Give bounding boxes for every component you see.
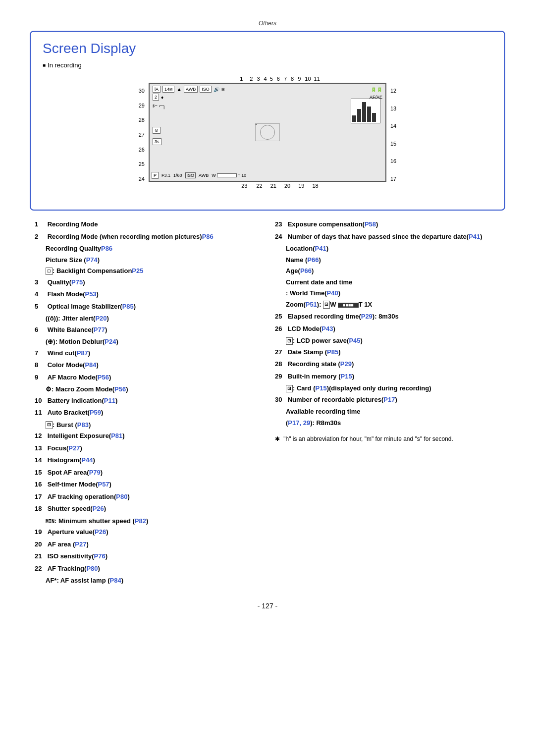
item-16: 16 Self-timer Mode(P57): [35, 480, 260, 489]
item-28: 28 Recording state (P29): [275, 359, 500, 369]
item-26: 26 LCD Mode(P43): [275, 324, 500, 334]
item-6: 6 White Balance(P77): [35, 325, 260, 335]
section-title: Screen Display: [43, 41, 492, 56]
item-24: 24 Number of days that have passed since…: [275, 232, 500, 242]
icon-row-2: 2 ♦ AF/AE: [150, 93, 385, 102]
right-numbers: 12 13 14 15 16 17: [386, 83, 396, 182]
right-column: 23 Exposure compensation(P58) 24 Number …: [275, 219, 500, 587]
top-numbers-row: 1 2 3 4 5 6 7 8 9 10 11: [240, 76, 320, 82]
item-30-sub2: (P17, 29): R8m30s: [286, 418, 500, 428]
item-13: 13 Focus(P27): [35, 443, 260, 453]
item-29: 29 Built-in memory (P15): [275, 372, 500, 381]
item-24-sub2: Name (P66): [286, 255, 500, 265]
icon-row-mid2: 3s: [153, 138, 161, 145]
item-29-sub1: ⊡: Card (P15)(displayed only during reco…: [286, 383, 500, 393]
item-10: 10 Battery indication(P11): [35, 396, 260, 406]
diagram-area: 1 2 3 4 5 6 7 8 9 10 11 30 29: [43, 76, 492, 189]
item-24-sub4: Current date and time: [286, 277, 500, 287]
item-26-sub1: ⊡: LCD power save(P45): [286, 336, 500, 346]
item-5: 5 Optical Image Stabilizer(P85): [35, 302, 260, 312]
icon-row-3: r⌐ ⌐┐: [150, 102, 385, 109]
item-19: 19 Aperture value(P26): [35, 527, 260, 537]
item-11-sub1: ⊡: Burst (P83): [46, 420, 260, 430]
item-17: 17 AF tracking operation(P80): [35, 492, 260, 502]
item-11: 11 Auto Bracket(P59): [35, 408, 260, 418]
diagram-row: 30 29 28 27 26 25 24 iA 14м: [139, 83, 397, 182]
item-4: 4 Flash Mode(P53): [35, 289, 260, 299]
icon-row-top: iA 14м ▲ AWB ISO 🔊 ⊞ 🔋🔋: [150, 84, 385, 93]
item-22: 22 AF Tracking(P80): [35, 564, 260, 574]
item-5-sub1: ((ō)): Jitter alert(P20): [46, 314, 260, 324]
item-30-sub1: Available recording time: [286, 407, 500, 417]
item-1: 1 Recording Mode: [35, 219, 260, 229]
item-2-sub2: Picture Size (P74): [46, 255, 260, 265]
item-9: 9 AF Macro Mode(P56): [35, 373, 260, 382]
in-recording-label: In recording: [43, 61, 492, 69]
item-9-sub1: ⚙: Macro Zoom Mode(P56): [46, 384, 260, 394]
item-6-sub1: (⊕): Motion Deblur(P24): [46, 337, 260, 347]
item-15: 15 Spot AF area(P79): [35, 468, 260, 478]
item-30: 30 Number of recordable pictures(P17): [275, 395, 500, 405]
icon-row-bottom: P F3.1 1/60 ISO AWB W T 1x: [152, 172, 383, 179]
item-12: 12 Intelligent Exposure(P81): [35, 431, 260, 441]
item-20: 20 AF area (P27): [35, 540, 260, 549]
spot-af-circle: [260, 125, 275, 140]
item-25: 25 Elapsed recording time(P29): 8m30s: [275, 312, 500, 322]
page-wrapper: Others Screen Display In recording 1 2 3…: [30, 20, 505, 610]
item-18-sub1: MIN: Minimum shutter speed (P82): [46, 516, 260, 526]
item-2-sub1: Recording QualityP86: [46, 244, 260, 254]
left-numbers: 30 29 28 27 26 25 24: [139, 83, 149, 182]
item-27: 27 Date Stamp (P85): [275, 347, 500, 357]
item-14: 14 Histogram(P44): [35, 455, 260, 465]
item-2: 2 Recording Mode (when recording motion …: [35, 232, 260, 242]
item-24-sub5: : World Time(P40): [286, 288, 500, 298]
item-23: 23 Exposure compensation(P58): [275, 219, 500, 229]
item-zoom: Zoom(P51): ⊡W ■■■■T 1X: [286, 300, 500, 310]
item-24-sub1: Location(P41): [286, 244, 500, 254]
diagram-wrapper: 1 2 3 4 5 6 7 8 9 10 11 30 29: [139, 76, 397, 189]
item-24-sub3: Age(P66): [286, 266, 500, 276]
content-area: 1 Recording Mode 2 Recording Mode (when …: [30, 219, 505, 587]
histogram: [351, 99, 380, 123]
others-label: Others: [30, 20, 505, 27]
item-7: 7 Wind cut(P87): [35, 348, 260, 358]
bottom-numbers-row: 23 22 21 20 19 18: [241, 183, 319, 189]
item-22-sub1: AF*: AF assist lamp (P84): [46, 576, 260, 586]
page-number: - 127 -: [30, 602, 505, 610]
item-asterisk: ✱ "h" is an abbreviation for hour, "m" f…: [275, 434, 500, 443]
item-3: 3 Quality(P75): [35, 277, 260, 287]
camera-screen: iA 14м ▲ AWB ISO 🔊 ⊞ 🔋🔋 2 ♦: [149, 83, 386, 182]
item-2-sub3: ⊡: Backlight CompensationP25: [46, 266, 260, 276]
item-21: 21 ISO sensitivity(P76): [35, 551, 260, 561]
item-8: 8 Color Mode(P84): [35, 360, 260, 370]
icon-row-mid-left: ⊙: [150, 126, 163, 135]
item-18: 18 Shutter speed(P26): [35, 504, 260, 514]
left-column: 1 Recording Mode 2 Recording Mode (when …: [35, 219, 260, 587]
section-box: Screen Display In recording 1 2 3 4 5 6 …: [30, 31, 505, 211]
